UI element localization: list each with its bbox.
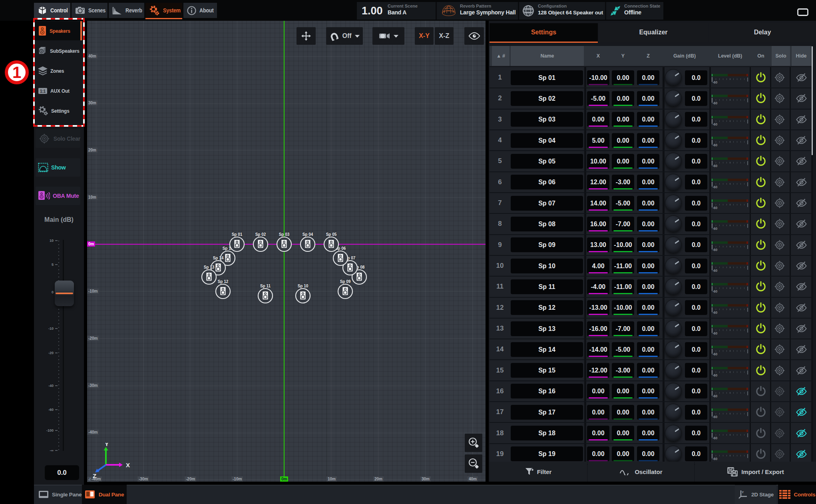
svg-text:Y: Y	[742, 490, 744, 494]
svg-text:X: X	[126, 462, 130, 468]
svg-text:Y: Y	[105, 443, 109, 447]
svg-text:Z: Z	[93, 472, 96, 479]
